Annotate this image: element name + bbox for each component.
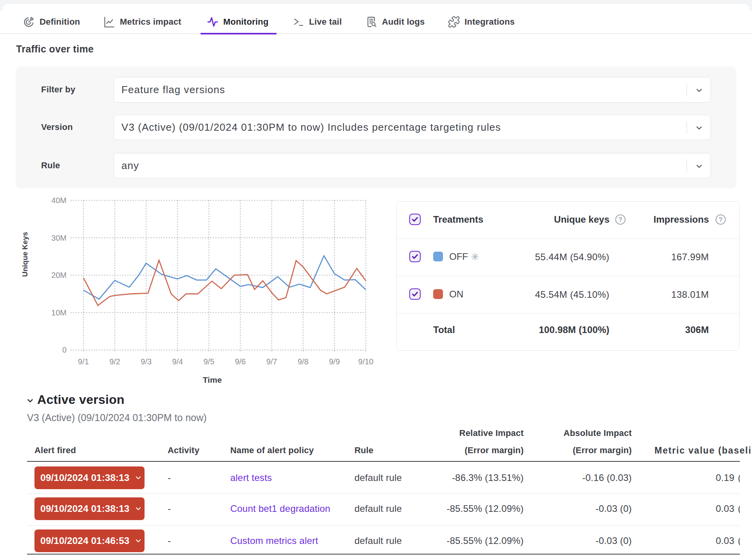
svg-text:9/8: 9/8 [298,357,309,366]
svg-text:9/7: 9/7 [266,357,277,366]
svg-text:9/2: 9/2 [109,357,120,366]
svg-text:9/3: 9/3 [141,357,152,366]
svg-text:9/1: 9/1 [78,357,89,366]
svg-text:30M: 30M [51,234,67,242]
svg-text:Time: Time [203,375,222,384]
svg-text:Unique Keys: Unique Keys [21,232,29,277]
svg-text:40M: 40M [51,196,67,205]
svg-text:9/6: 9/6 [235,357,246,366]
svg-text:10M: 10M [51,308,67,317]
svg-text:9/4: 9/4 [172,357,183,366]
svg-text:0: 0 [62,346,67,354]
svg-text:9/5: 9/5 [203,357,214,366]
svg-text:9/10: 9/10 [358,357,374,366]
svg-text:9/9: 9/9 [329,357,340,366]
svg-text:20M: 20M [51,271,67,279]
